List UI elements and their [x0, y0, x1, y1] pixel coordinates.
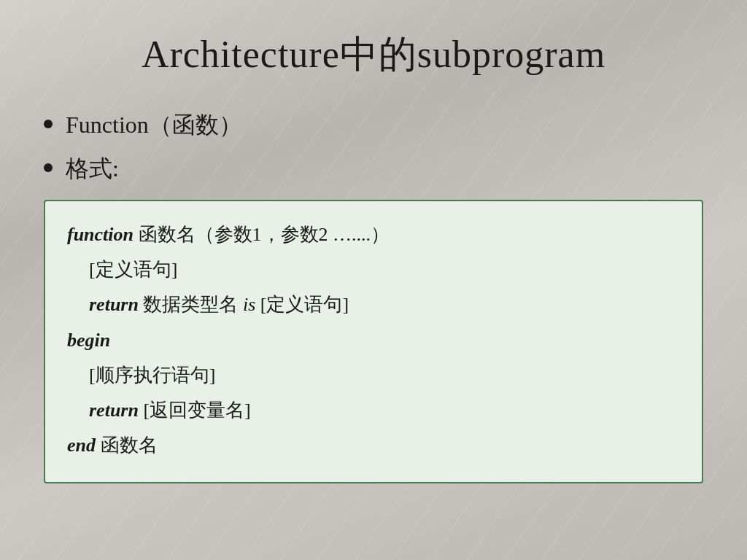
code-text-6: [返回变量名] [143, 400, 250, 421]
keyword-return-1: return [89, 294, 139, 315]
bullet-item-format: 格式: [44, 153, 703, 185]
code-line-1: function 函数名（参数1，参数2 …....） [67, 219, 680, 251]
keyword-end: end [67, 435, 96, 456]
code-text-7: 函数名 [101, 435, 158, 456]
keyword-return-2: return [89, 400, 139, 421]
code-line-2: [定义语句] [67, 254, 680, 286]
code-line-3: return 数据类型名 is [定义语句] [67, 289, 680, 321]
code-line-4: begin [67, 324, 680, 357]
code-text-1: 函数名（参数1，参数2 …....） [139, 224, 390, 245]
keyword-function: function [67, 224, 133, 245]
bullet-item-function: Function（函数） [44, 109, 703, 141]
bullet-dot-2 [44, 163, 53, 172]
code-line-7: end 函数名 [67, 429, 680, 462]
keyword-begin: begin [67, 330, 110, 351]
code-text-2: [定义语句] [89, 259, 177, 280]
code-text-5: [顺序执行语句] [89, 365, 215, 386]
slide-content: Architecture中的subprogram Function（函数） 格式… [0, 0, 747, 513]
bullet-text-function: Function（函数） [66, 109, 242, 141]
slide-title: Architecture中的subprogram [44, 29, 703, 80]
bullet-text-format: 格式: [66, 153, 119, 185]
code-line-5: [顺序执行语句] [67, 359, 680, 392]
bullet-dot-1 [44, 120, 53, 128]
code-line-6: return [返回变量名] [67, 394, 680, 427]
code-text-3: 数据类型名 is [定义语句] [143, 294, 349, 315]
code-block: function 函数名（参数1，参数2 …....） [定义语句] retur… [44, 200, 703, 483]
bullet-list: Function（函数） 格式: [44, 109, 703, 185]
